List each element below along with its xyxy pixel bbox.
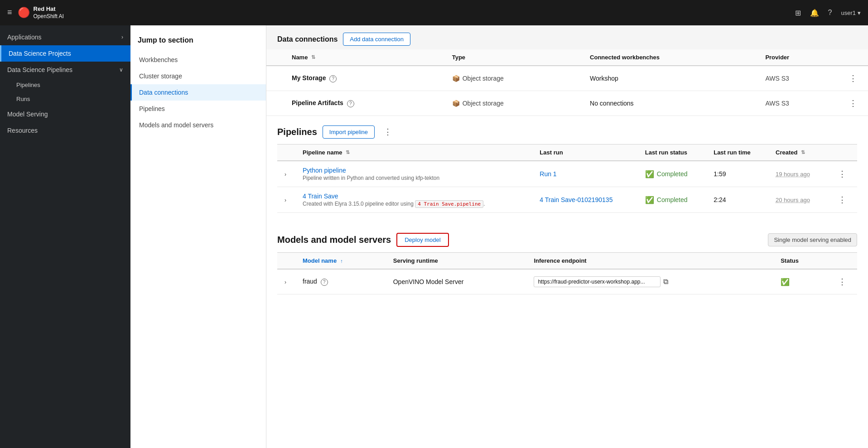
sidebar-item-applications[interactable]: Applications ›: [0, 29, 130, 45]
help-icon[interactable]: ?: [828, 9, 832, 17]
sidebar-sub-pipelines: Pipelines Runs: [0, 78, 130, 106]
model-row-kebab-button[interactable]: ⋮: [834, 275, 850, 289]
user-menu[interactable]: user1 ▾: [841, 10, 861, 16]
row-workbenches-cell: No connections: [583, 91, 758, 116]
pipeline-expand-icon[interactable]: ›: [285, 171, 286, 178]
sidebar-item-dsp-label: Data Science Projects: [9, 50, 71, 57]
brand-line1: Red Hat: [34, 5, 64, 13]
model-name-header-label: Model name: [303, 257, 337, 264]
created-time2: 20 hours ago: [776, 197, 810, 203]
sidebar-item-runs[interactable]: Runs: [0, 92, 130, 106]
col-actions-header: [838, 49, 868, 66]
pipeline-tag: 4 Train Save.pipeline: [415, 200, 483, 208]
jump-item-data-connections[interactable]: Data connections: [130, 84, 266, 101]
row-kebab-menu-button2[interactable]: ⋮: [845, 96, 861, 110]
storage-type-label2: Object storage: [463, 100, 504, 107]
data-connections-header: Data connections Add data connection: [266, 25, 868, 49]
jump-item-cluster-storage[interactable]: Cluster storage: [130, 68, 266, 84]
jump-item-pipelines[interactable]: Pipelines: [130, 101, 266, 117]
train-save-run-link[interactable]: 4 Train Save-0102190135: [540, 196, 612, 203]
pipeline-row-kebab-button2[interactable]: ⋮: [834, 193, 850, 207]
endpoint-wrapper: https://fraud-predictor-userx-workshop.a…: [534, 276, 766, 287]
serving-runtime-col-header: Serving runtime: [386, 253, 527, 269]
add-data-connection-button[interactable]: Add data connection: [343, 33, 410, 46]
pipeline-expand-icon2[interactable]: ›: [285, 197, 286, 203]
pipeline-name-sort-icon[interactable]: ⇅: [346, 149, 350, 155]
model-name-sort-icon[interactable]: ↑: [340, 258, 343, 264]
object-storage-icon: 📦: [452, 75, 460, 82]
run-time-value2: 2:24: [714, 196, 726, 203]
user-chevron-icon: ▾: [858, 10, 861, 16]
import-pipeline-button[interactable]: Import pipeline: [323, 125, 375, 139]
copy-endpoint-icon[interactable]: ⧉: [663, 278, 668, 286]
pipelines-kebab-button[interactable]: ⋮: [380, 125, 395, 139]
models-section-header: Models and model servers Deploy model Si…: [277, 224, 857, 253]
run-time-value: 1:59: [714, 170, 726, 178]
sidebar-item-resources-label: Resources: [7, 127, 38, 134]
created-sort-icon[interactable]: ⇅: [801, 149, 805, 155]
last-run-col-header: Last run: [532, 145, 638, 161]
no-connections-label: No connections: [590, 100, 634, 107]
deploy-model-button[interactable]: Deploy model: [396, 233, 449, 247]
brand-line2: OpenShift AI: [34, 13, 64, 20]
train-save-pipeline-desc: Created with Elyra 3.15.0 pipeline edito…: [303, 201, 525, 207]
data-connections-title: Data connections: [277, 35, 338, 43]
name-sort-icon[interactable]: ⇅: [311, 54, 315, 60]
row-provider-cell: AWS S3: [758, 66, 838, 91]
completed-status-icon: ✅: [645, 170, 654, 178]
sidebar-item-model-serving[interactable]: Model Serving: [0, 106, 130, 122]
grid-icon[interactable]: ⊞: [795, 9, 801, 17]
model-expand-cell: ›: [277, 269, 295, 294]
train-save-pipeline-link[interactable]: 4 Train Save: [303, 193, 338, 200]
row-type-cell: 📦 Object storage: [445, 91, 583, 116]
sidebar-item-pipelines[interactable]: Pipelines: [0, 78, 130, 92]
fraud-help-icon[interactable]: ?: [321, 279, 328, 286]
user-label: user1: [841, 10, 856, 16]
jump-item-workbenches[interactable]: Workbenches: [130, 52, 266, 68]
pipeline-last-run-cell: Run 1: [532, 161, 638, 187]
row-provider-cell: AWS S3: [758, 91, 838, 116]
last-run-status-col-header: Last run status: [638, 145, 706, 161]
hamburger-icon[interactable]: ≡: [7, 8, 12, 17]
inference-endpoint-cell: https://fraud-predictor-userx-workshop.a…: [526, 269, 773, 294]
sidebar-item-applications-label: Applications: [7, 34, 42, 41]
python-pipeline-link[interactable]: Python pipeline: [303, 167, 346, 174]
storage-type-label: Object storage: [463, 75, 504, 82]
brand-logo: 🔴 Red Hat OpenShift AI: [18, 5, 64, 20]
bell-icon[interactable]: 🔔: [810, 9, 819, 17]
pipeline-status2: ✅ Completed: [645, 196, 699, 204]
my-storage-help-icon[interactable]: ?: [329, 75, 337, 82]
run1-link[interactable]: Run 1: [540, 170, 556, 178]
sidebar-item-resources[interactable]: Resources: [0, 122, 130, 139]
row-expand-cell: [266, 91, 285, 116]
pipeline-expand-cell2: ›: [277, 187, 295, 213]
top-navigation: ≡ 🔴 Red Hat OpenShift AI ⊞ 🔔 ? user1 ▾: [0, 0, 868, 25]
pipeline-name-cell2: 4 Train Save Created with Elyra 3.15.0 p…: [295, 187, 532, 213]
pipeline-status-cell: ✅ Completed: [638, 161, 706, 187]
inference-endpoint-col-header: Inference endpoint: [526, 253, 773, 269]
last-run-time-col-header: Last run time: [706, 145, 768, 161]
endpoint-input-field[interactable]: https://fraud-predictor-userx-workshop.a…: [534, 276, 661, 287]
models-expand-col-header: [277, 253, 295, 269]
model-expand-icon[interactable]: ›: [285, 279, 286, 285]
pipeline-expand-cell: ›: [277, 161, 295, 187]
storage-name: My Storage: [292, 74, 326, 82]
pipeline-artifacts-help-icon[interactable]: ?: [347, 100, 354, 107]
pipelines-section: Pipelines Import pipeline ⋮ Pipeline nam…: [277, 116, 857, 213]
sidebar-item-data-science-pipelines[interactable]: Data Science Pipelines ∨: [0, 62, 130, 78]
jump-item-models-servers[interactable]: Models and model servers: [130, 117, 266, 133]
model-actions-cell: ⋮: [827, 269, 857, 294]
pipeline-row-kebab-button[interactable]: ⋮: [834, 167, 850, 181]
row-name-cell: My Storage ?: [285, 66, 445, 91]
data-connections-table: Name ⇅ Type Connected workbenches: [266, 49, 868, 116]
dspipelines-chevron-icon: ∨: [119, 67, 123, 73]
pipelines-section-title: Pipelines: [277, 127, 317, 137]
created-col-header: Created ⇅: [768, 145, 827, 161]
table-row: My Storage ? 📦 Object storage Worksho: [266, 66, 868, 91]
row-kebab-menu-button[interactable]: ⋮: [845, 72, 861, 85]
sidebar-item-data-science-projects[interactable]: Data Science Projects: [0, 45, 130, 62]
row-workbenches-cell: Workshop: [583, 66, 758, 91]
col-type-header: Type: [445, 49, 583, 66]
pipeline-actions-cell2: ⋮: [827, 187, 857, 213]
created-time: 19 hours ago: [776, 171, 810, 178]
